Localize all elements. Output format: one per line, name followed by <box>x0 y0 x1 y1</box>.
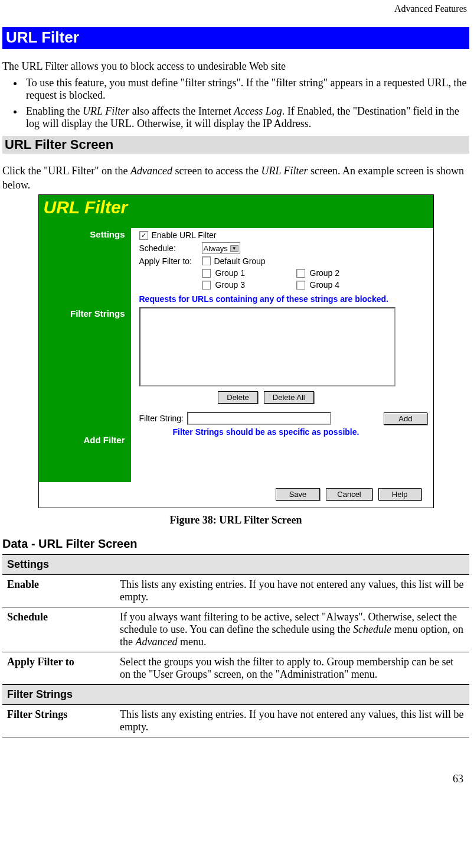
filter-strings-listbox[interactable] <box>139 307 395 386</box>
table-section-settings: Settings <box>2 555 469 575</box>
ss-main: ✓ Enable URL Filter Schedule: Always ▼ A… <box>131 228 433 482</box>
table-text-apply: Select the groups you wish the filter to… <box>115 652 469 685</box>
table-label-apply: Apply Filter to <box>2 652 115 685</box>
group2-label: Group 2 <box>310 268 340 278</box>
default-group-checkbox[interactable] <box>202 256 211 265</box>
chevron-down-icon: ▼ <box>230 245 238 252</box>
filter-string-label: Filter String: <box>139 414 184 423</box>
cancel-button[interactable]: Cancel <box>326 488 372 500</box>
page-title: URL Filter <box>2 27 469 49</box>
intro-paragraph: The URL Filter allows you to block acces… <box>2 60 469 73</box>
click-instruction: Click the "URL Filter" on the Advanced s… <box>2 164 469 192</box>
group4-checkbox[interactable] <box>296 281 305 290</box>
help-button[interactable]: Help <box>378 488 421 500</box>
url-filter-screenshot: URL Filter Settings Filter Strings Add F… <box>38 194 434 508</box>
filter-string-input[interactable] <box>187 412 331 425</box>
enable-url-filter-label: Enable URL Filter <box>152 230 217 240</box>
table-text-filter-strings: This lists any existing entries. If you … <box>115 705 469 737</box>
ss-sidebar: Settings Filter Strings Add Filter <box>39 228 131 482</box>
ss-sidebar-filter-strings: Filter Strings <box>39 307 125 434</box>
figure-caption: Figure 38: URL Filter Screen <box>2 514 469 526</box>
ss-sidebar-settings: Settings <box>39 228 125 307</box>
group3-checkbox[interactable] <box>202 281 211 290</box>
page-number: 63 <box>2 773 469 785</box>
group2-checkbox[interactable] <box>296 269 305 278</box>
bullet-1: To use this feature, you must define "fi… <box>24 77 469 102</box>
ss-title: URL Filter <box>39 195 433 228</box>
header-section-label: Advanced Features <box>2 0 469 14</box>
filter-note: Requests for URLs containing any of thes… <box>139 294 427 304</box>
table-label-filter-strings: Filter Strings <box>2 705 115 737</box>
schedule-select[interactable]: Always ▼ <box>202 242 240 254</box>
group4-label: Group 4 <box>310 280 340 290</box>
table-label-schedule: Schedule <box>2 607 115 652</box>
table-text-enable: This lists any existing entries. If you … <box>115 575 469 607</box>
group1-checkbox[interactable] <box>202 269 211 278</box>
data-table-heading: Data - URL Filter Screen <box>2 537 469 551</box>
intro-bullets: To use this feature, you must define "fi… <box>2 77 469 130</box>
table-section-filter: Filter Strings <box>2 685 469 705</box>
add-button[interactable]: Add <box>384 412 427 425</box>
data-table: Settings Enable This lists any existing … <box>2 554 469 737</box>
table-label-enable: Enable <box>2 575 115 607</box>
ss-sidebar-add-filter: Add Filter <box>39 434 125 482</box>
table-text-schedule: If you always want filtering to be activ… <box>115 607 469 652</box>
add-note: Filter Strings should be as specific as … <box>139 427 393 437</box>
section-heading: URL Filter Screen <box>2 136 469 154</box>
schedule-label: Schedule: <box>139 243 198 253</box>
group3-label: Group 3 <box>215 280 246 290</box>
delete-button[interactable]: Delete <box>218 391 258 404</box>
enable-url-filter-checkbox[interactable]: ✓ <box>139 231 148 240</box>
save-button[interactable]: Save <box>276 488 321 500</box>
default-group-label: Default Group <box>214 256 266 266</box>
delete-all-button[interactable]: Delete All <box>264 391 314 404</box>
bullet-2: Enabling the URL Filter also affects the… <box>24 105 469 130</box>
group1-label: Group 1 <box>215 268 246 278</box>
apply-filter-label: Apply Filter to: <box>139 256 198 266</box>
